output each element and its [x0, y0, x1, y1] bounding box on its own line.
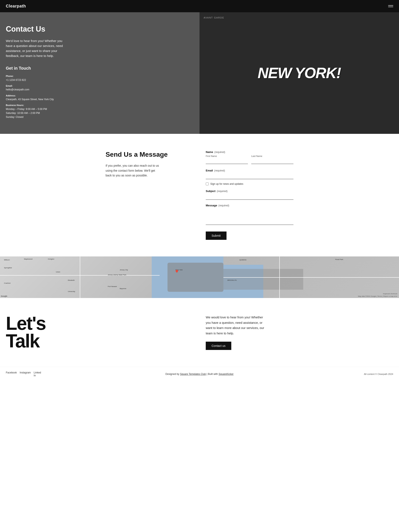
map-section: Millburn Springfield Cranford Maplewood …	[0, 256, 399, 298]
logo[interactable]: Clearpath	[6, 4, 26, 8]
lets-talk-description: We would love to hear from you! Whether …	[206, 315, 268, 336]
hero-description: We'd love to hear from you! Whether you …	[6, 38, 64, 58]
image-sub-text: AVANT GARDE	[204, 16, 224, 19]
subject-input[interactable]	[206, 194, 293, 200]
map-road-v1	[80, 256, 80, 298]
first-name-label: First Name	[206, 155, 248, 157]
instagram-link[interactable]: Instagram	[20, 371, 31, 377]
hours-detail: Business Hours: Monday – Friday: 9:00 AM…	[6, 103, 191, 119]
square-templates-link[interactable]: Square Templates Club	[180, 373, 206, 375]
name-input-row: First Name Last Name	[206, 155, 293, 164]
form-section-wrapper: Send Us a Message If you prefer, you can…	[0, 134, 399, 256]
subject-label-row: Subject (required)	[206, 190, 293, 193]
map-label-springfield: Springfield	[4, 267, 12, 269]
map-road-2	[223, 277, 399, 278]
map-label-brooklyn: BROOKLYN	[227, 279, 236, 281]
subject-field-label: Subject	[206, 190, 215, 193]
footer-separator: | Built with	[206, 373, 219, 375]
map-label-cranford: Cranford	[4, 282, 10, 284]
map-label-elizabeth: Elizabeth	[68, 279, 75, 281]
submit-button[interactable]: Submit	[206, 232, 227, 240]
form-left: Send Us a Message If you prefer, you can…	[106, 151, 193, 240]
email-required-label: (required)	[214, 169, 225, 172]
form-section: Send Us a Message If you prefer, you can…	[100, 134, 299, 256]
map-manhattan	[167, 263, 223, 292]
footer-credit-text: Designed by	[165, 373, 180, 375]
map-road-v2	[279, 256, 280, 298]
get-in-touch-heading: Get in Touch	[6, 66, 191, 71]
map-google-logo: Google	[1, 295, 7, 297]
hours-label: Business Hours:	[6, 103, 191, 107]
lets-talk-section: Let's Talk We would love to hear from yo…	[0, 298, 399, 367]
map-label-port-newark: Port Newark	[108, 285, 117, 287]
last-name-field: Last Name	[251, 155, 293, 164]
newsletter-label: Sign up for news and updates	[210, 183, 243, 185]
hamburger-line-1	[388, 5, 393, 6]
footer-credit: Designed by Square Templates Club | Buil…	[135, 373, 264, 375]
map-label-liberty-state: Jersey Liberty State Park	[108, 274, 126, 276]
email-value: hello@clearpath.com	[6, 88, 29, 91]
map-label-university: University	[68, 291, 75, 292]
message-label-row: Message (required)	[206, 204, 293, 207]
lets-talk-left: Let's Talk	[6, 315, 193, 350]
lets-talk-heading: Let's Talk	[6, 315, 193, 350]
message-required-label: (required)	[218, 204, 229, 207]
navbar: Clearpath	[0, 0, 399, 12]
footer-copyright: All content © Clearpath 2024	[264, 373, 393, 375]
map-label-union: Union	[56, 271, 60, 273]
hero-section: Contact Us We'd love to hear from you! W…	[0, 12, 399, 134]
form-description: If you prefer, you can also reach out to…	[106, 163, 160, 178]
hours-line2: Saturday: 10:00 AM – 2:00 PM	[6, 112, 40, 114]
email-field-wrap	[206, 173, 293, 179]
phone-label: Phone:	[6, 74, 191, 78]
name-required-label: (required)	[214, 151, 225, 154]
message-field-label: Message	[206, 204, 217, 207]
map-attribution: Map data ©2024 Google | Terms | Report a…	[358, 295, 397, 297]
contact-us-button[interactable]: Contact us	[206, 342, 231, 350]
lets-talk-right: We would love to hear from you! Whether …	[206, 315, 393, 350]
facebook-link[interactable]: Facebook	[6, 371, 17, 377]
map-label-queens: QUEENS	[239, 259, 247, 261]
hero-image: AVANT GARDE NEW YORK!	[200, 12, 399, 134]
subject-field-wrap	[206, 194, 293, 200]
email-label-row: Email (required)	[206, 169, 293, 172]
name-label-row: Name (required)	[206, 151, 293, 154]
map-label-jersey-city: Jersey City	[120, 269, 128, 271]
hamburger-line-2	[388, 7, 393, 7]
last-name-input[interactable]	[251, 158, 293, 164]
first-name-input[interactable]	[206, 158, 248, 164]
phone-detail: Phone: +1 1234 6723 822	[6, 74, 191, 82]
phone-value: +1 1234 6723 822	[6, 79, 26, 82]
newsletter-checkbox[interactable]	[206, 183, 209, 185]
address-label: Address:	[6, 94, 191, 98]
hero-left: Contact Us We'd love to hear from you! W…	[0, 12, 200, 134]
email-label: Email:	[6, 84, 191, 88]
email-input[interactable]	[206, 173, 293, 179]
message-field-wrap	[206, 208, 293, 226]
form-heading: Send Us a Message	[106, 151, 193, 158]
hours-line3: Sunday: Closed	[6, 115, 24, 119]
last-name-label: Last Name	[251, 155, 293, 157]
map-label-maplewood: Maplewood	[24, 258, 32, 260]
name-field-label: Name	[206, 151, 213, 154]
subject-required-label: (required)	[217, 190, 228, 193]
map-placeholder[interactable]: Millburn Springfield Cranford Maplewood …	[0, 256, 399, 298]
map-label-millburn: Millburn	[4, 259, 10, 261]
squarekicker-link[interactable]: SquareKicker	[219, 373, 234, 375]
email-field-label: Email	[206, 169, 213, 172]
hero-title: Contact Us	[6, 25, 191, 33]
message-input[interactable]	[206, 208, 293, 225]
hamburger-button[interactable]	[388, 5, 393, 7]
image-main-text: NEW YORK!	[258, 65, 341, 80]
first-name-field: First Name	[206, 155, 248, 164]
linkedin-link[interactable]: LinkedIn	[34, 371, 41, 377]
footer: Facebook Instagram LinkedIn Designed by …	[0, 367, 399, 381]
footer-social: Facebook Instagram LinkedIn	[6, 371, 135, 377]
map-label-bayonne: Bayonne	[120, 288, 126, 290]
map-label-floral-park: Floral Park	[335, 259, 343, 260]
hero-image-placeholder: AVANT GARDE NEW YORK!	[200, 12, 399, 134]
contact-form: Name (required) First Name Last Name Ema…	[206, 151, 293, 240]
newsletter-row: Sign up for news and updates	[206, 183, 293, 185]
lets-talk-line2: Talk	[6, 331, 39, 351]
hours-line1: Monday – Friday: 9:00 AM – 5:00 PM	[6, 108, 47, 111]
